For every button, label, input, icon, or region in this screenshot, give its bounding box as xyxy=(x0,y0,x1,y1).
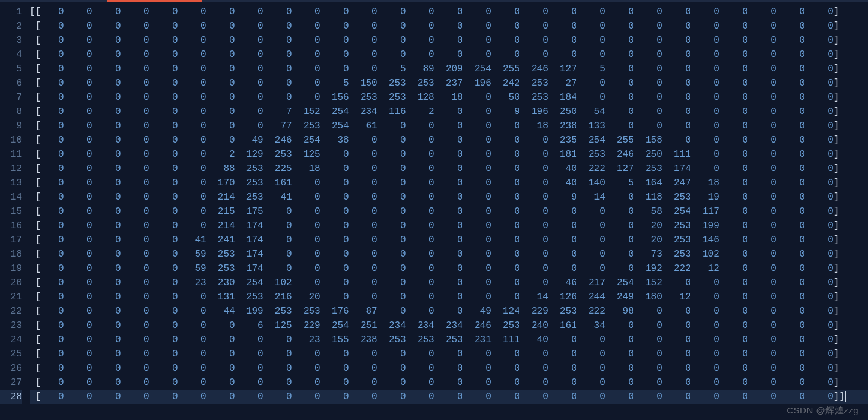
line-number: 13 xyxy=(0,176,22,190)
line-number: 27 xyxy=(0,375,22,390)
code-line: [ 0 0 0 0 0 0 0 0 77 253 254 61 0 0 0 0 … xyxy=(30,119,868,133)
code-line: [ 0 0 0 0 0 0 170 253 161 0 0 0 0 0 0 0 … xyxy=(30,176,868,190)
code-line: [ 0 0 0 0 0 0 0 0 0 0 0 0 0 0 0 0 0 0 0 … xyxy=(30,361,868,375)
line-number: 23 xyxy=(0,318,22,333)
code-line: [ 0 0 0 0 0 59 253 174 0 0 0 0 0 0 0 0 0… xyxy=(30,261,868,276)
code-line: [ 0 0 0 0 0 0 0 0 0 0 0 0 0 0 0 0 0 0 0 … xyxy=(30,390,868,404)
line-number: 5 xyxy=(0,62,22,76)
code-line: [ 0 0 0 0 0 0 0 0 0 0 0 0 5 89 209 254 2… xyxy=(30,62,868,76)
code-line: [ 0 0 0 0 0 0 0 0 0 0 0 0 0 0 0 0 0 0 0 … xyxy=(30,19,868,33)
line-number: 6 xyxy=(0,76,22,90)
line-number: 1 xyxy=(0,5,22,19)
line-number: 12 xyxy=(0,162,22,176)
code-line: [ 0 0 0 0 0 0 215 175 0 0 0 0 0 0 0 0 0 … xyxy=(30,204,868,219)
code-line: [ 0 0 0 0 0 0 214 174 0 0 0 0 0 0 0 0 0 … xyxy=(30,219,868,233)
line-number: 10 xyxy=(0,133,22,147)
code-line: [ 0 0 0 0 0 0 0 49 246 254 38 0 0 0 0 0 … xyxy=(30,133,868,147)
code-line: [ 0 0 0 0 0 0 0 0 0 0 0 0 0 0 0 0 0 0 0 … xyxy=(30,375,868,390)
code-line: [ 0 0 0 0 0 23 230 254 102 0 0 0 0 0 0 0… xyxy=(30,276,868,290)
line-number: 22 xyxy=(0,304,22,318)
line-number: 3 xyxy=(0,33,22,48)
code-line: [ 0 0 0 0 0 0 0 0 0 0 0 0 0 0 0 0 0 0 0 … xyxy=(30,33,868,48)
code-line: [ 0 0 0 0 0 0 88 253 225 18 0 0 0 0 0 0 … xyxy=(30,162,868,176)
line-number: 18 xyxy=(0,247,22,261)
line-number: 17 xyxy=(0,233,22,247)
line-number: 8 xyxy=(0,105,22,119)
code-line: [ 0 0 0 0 0 0 0 0 0 0 5 150 253 253 237 … xyxy=(30,76,868,90)
code-line: [ 0 0 0 0 0 0 0 6 125 229 254 251 234 23… xyxy=(30,318,868,333)
code-line: [ 0 0 0 0 0 0 0 0 0 23 155 238 253 253 2… xyxy=(30,333,868,347)
line-number: 26 xyxy=(0,361,22,375)
line-number: 20 xyxy=(0,276,22,290)
code-content[interactable]: [[ 0 0 0 0 0 0 0 0 0 0 0 0 0 0 0 0 0 0 0… xyxy=(27,2,868,420)
line-number: 24 xyxy=(0,333,22,347)
line-number: 11 xyxy=(0,147,22,162)
code-line: [ 0 0 0 0 0 0 44 199 253 253 176 87 0 0 … xyxy=(30,304,868,318)
code-line: [ 0 0 0 0 0 0 214 253 41 0 0 0 0 0 0 0 0… xyxy=(30,190,868,204)
code-line: [[ 0 0 0 0 0 0 0 0 0 0 0 0 0 0 0 0 0 0 0… xyxy=(30,5,868,19)
line-number: 2 xyxy=(0,19,22,33)
code-line: [ 0 0 0 0 0 0 131 253 216 20 0 0 0 0 0 0… xyxy=(30,290,868,304)
line-number: 7 xyxy=(0,90,22,105)
line-number: 4 xyxy=(0,48,22,62)
text-cursor xyxy=(845,391,846,402)
code-line: [ 0 0 0 0 0 0 0 0 7 152 254 234 116 2 0 … xyxy=(30,105,868,119)
line-number: 15 xyxy=(0,204,22,219)
code-line: [ 0 0 0 0 0 0 0 0 0 0 0 0 0 0 0 0 0 0 0 … xyxy=(30,347,868,361)
line-number: 16 xyxy=(0,219,22,233)
code-line: [ 0 0 0 0 0 41 241 174 0 0 0 0 0 0 0 0 0… xyxy=(30,233,868,247)
line-number-gutter: 1234567891011121314151617181920212223242… xyxy=(0,2,27,420)
editor-area: 1234567891011121314151617181920212223242… xyxy=(0,2,868,420)
code-line: [ 0 0 0 0 0 59 253 174 0 0 0 0 0 0 0 0 0… xyxy=(30,247,868,261)
line-number: 14 xyxy=(0,190,22,204)
line-number: 9 xyxy=(0,119,22,133)
line-number: 25 xyxy=(0,347,22,361)
code-line: [ 0 0 0 0 0 0 2 129 253 125 0 0 0 0 0 0 … xyxy=(30,147,868,162)
line-number: 21 xyxy=(0,290,22,304)
code-line: [ 0 0 0 0 0 0 0 0 0 0 156 253 253 128 18… xyxy=(30,90,868,105)
line-number: 28 xyxy=(0,390,22,404)
code-line: [ 0 0 0 0 0 0 0 0 0 0 0 0 0 0 0 0 0 0 0 … xyxy=(30,48,868,62)
line-number: 19 xyxy=(0,261,22,276)
